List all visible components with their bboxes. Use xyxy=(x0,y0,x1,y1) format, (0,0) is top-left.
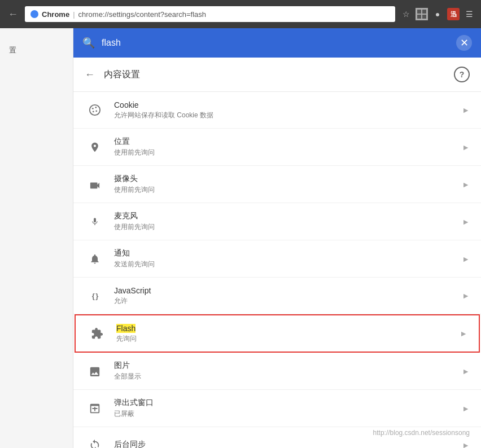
browser-chrome: ← Chrome | chrome://settings/content?sea… xyxy=(0,0,481,28)
microphone-content: 麦克风 使用前先询问 xyxy=(114,211,462,232)
camera-content: 摄像头 使用前先询问 xyxy=(114,174,462,195)
settings-list: Cookie 允许网站保存和读取 Cookie 数据 ► 位置 使用前先询问 ► xyxy=(73,92,481,448)
javascript-content: JavaScript 允许 xyxy=(114,286,462,306)
content-area: 🔍 ✕ ← 内容设置 ? xyxy=(73,28,481,448)
notifications-icon xyxy=(85,249,105,269)
location-content: 位置 使用前先询问 xyxy=(114,137,462,157)
background-sync-content: 后台同步 xyxy=(114,440,462,448)
svg-point-4 xyxy=(93,111,94,112)
watermark: http://blog.csdn.net/sessionsong xyxy=(373,429,470,437)
settings-item-flash[interactable]: Flash 先询问 ► xyxy=(75,314,480,353)
cookie-subtitle: 允许网站保存和读取 Cookie 数据 xyxy=(114,111,462,120)
search-clear-button[interactable]: ✕ xyxy=(456,35,472,51)
svg-point-0 xyxy=(90,105,100,115)
notifications-title: 通知 xyxy=(114,248,462,258)
settings-item-images[interactable]: 图片 全部显示 ► xyxy=(73,353,481,390)
images-arrow-icon: ► xyxy=(462,367,470,376)
search-icon: 🔍 xyxy=(82,37,95,49)
microphone-subtitle: 使用前先询问 xyxy=(114,222,462,232)
settings-item-javascript[interactable]: { } JavaScript 允许 ► xyxy=(73,278,481,314)
images-subtitle: 全部显示 xyxy=(114,372,462,381)
star-icon[interactable]: ☆ xyxy=(400,8,412,20)
address-bar[interactable]: Chrome | chrome://settings/content?searc… xyxy=(25,6,395,22)
images-icon xyxy=(85,361,105,381)
location-icon xyxy=(85,137,105,157)
svg-point-3 xyxy=(95,110,97,112)
browser-label: Chrome xyxy=(42,10,69,19)
popups-arrow-icon: ► xyxy=(462,404,470,413)
settings-item-popups[interactable]: 弹出式窗口 已屏蔽 ► xyxy=(73,390,481,427)
settings-item-camera[interactable]: 摄像头 使用前先询问 ► xyxy=(73,166,481,203)
back-nav-icon[interactable]: ← xyxy=(6,6,20,23)
cookie-icon xyxy=(85,100,105,120)
address-separator: | xyxy=(73,10,75,19)
main-layout: 置 🔍 ✕ ← 内容设置 ? xyxy=(0,28,481,448)
camera-subtitle: 使用前先询问 xyxy=(114,185,462,195)
notifications-content: 通知 发送前先询问 xyxy=(114,248,462,269)
flash-arrow-icon: ► xyxy=(460,329,467,338)
flash-highlight: Flash xyxy=(116,324,135,333)
microphone-arrow-icon: ► xyxy=(462,217,470,226)
flash-content: Flash 先询问 xyxy=(116,324,460,344)
browser-actions: ☆ ● 迅 ☰ xyxy=(400,8,475,20)
address-url: chrome://settings/content?search=flash xyxy=(78,10,207,19)
flash-title: Flash xyxy=(116,324,460,333)
cookie-content: Cookie 允许网站保存和读取 Cookie 数据 xyxy=(114,100,462,120)
search-input[interactable] xyxy=(102,38,449,48)
location-arrow-icon: ► xyxy=(462,143,470,152)
search-bar: 🔍 ✕ xyxy=(73,28,481,58)
settings-item-microphone[interactable]: 麦克风 使用前先询问 ► xyxy=(73,203,481,240)
javascript-title: JavaScript xyxy=(114,286,462,295)
more-icon[interactable]: ☰ xyxy=(463,8,475,20)
settings-header: ← 内容设置 ? xyxy=(73,58,481,92)
settings-title: 内容设置 xyxy=(104,69,445,81)
settings-item-location[interactable]: 位置 使用前先询问 ► xyxy=(73,129,481,166)
notifications-arrow-icon: ► xyxy=(462,254,470,263)
background-sync-icon xyxy=(85,435,105,448)
notifications-subtitle: 发送前先询问 xyxy=(114,260,462,269)
javascript-icon: { } xyxy=(85,286,105,306)
microphone-title: 麦克风 xyxy=(114,211,462,221)
back-button[interactable]: ← xyxy=(85,69,95,81)
settings-item-cookie[interactable]: Cookie 允许网站保存和读取 Cookie 数据 ► xyxy=(73,92,481,129)
svg-point-2 xyxy=(95,107,97,108)
images-title: 图片 xyxy=(114,361,462,371)
location-title: 位置 xyxy=(114,137,462,147)
popups-content: 弹出式窗口 已屏蔽 xyxy=(114,398,462,419)
popups-title: 弹出式窗口 xyxy=(114,398,462,408)
camera-icon xyxy=(85,174,105,195)
menu-icon[interactable]: ● xyxy=(431,8,444,20)
images-content: 图片 全部显示 xyxy=(114,361,462,381)
microphone-icon xyxy=(85,212,105,232)
background-sync-title: 后台同步 xyxy=(114,440,462,448)
javascript-subtitle: 允许 xyxy=(114,296,462,306)
camera-arrow-icon: ► xyxy=(462,180,470,189)
flash-icon xyxy=(87,323,107,344)
favicon-icon xyxy=(30,10,38,18)
sidebar-item-settings[interactable]: 置 xyxy=(0,39,73,61)
location-subtitle: 使用前先询问 xyxy=(114,148,462,157)
svg-point-1 xyxy=(92,108,94,109)
settings-item-notifications[interactable]: 通知 发送前先询问 ► xyxy=(73,240,481,278)
background-sync-arrow-icon: ► xyxy=(462,441,470,448)
cookie-arrow-icon: ► xyxy=(462,106,470,115)
camera-title: 摄像头 xyxy=(114,174,462,184)
qr-icon[interactable] xyxy=(416,8,428,20)
popups-subtitle: 已屏蔽 xyxy=(114,409,462,419)
help-button[interactable]: ? xyxy=(454,67,470,82)
sidebar: 置 xyxy=(0,28,73,448)
javascript-arrow-icon: ► xyxy=(462,291,470,300)
extension-icon[interactable]: 迅 xyxy=(447,8,460,20)
cookie-title: Cookie xyxy=(114,100,462,109)
flash-subtitle: 先询问 xyxy=(116,334,460,344)
popups-icon xyxy=(85,398,105,419)
